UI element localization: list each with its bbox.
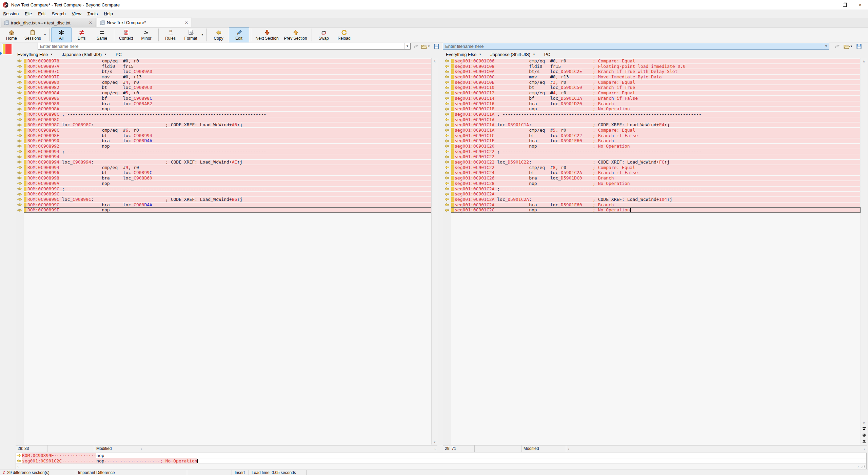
code-line[interactable]: seg001:0C901C24 bf loc_D5901C2A ; Branch… (443, 170, 861, 175)
diff-arrow-icon[interactable] (16, 138, 24, 144)
code-line[interactable]: seg001:0C901C06 cmp/eq #0, r0 ; Compare:… (443, 58, 861, 64)
current-difference-icon[interactable] (861, 432, 867, 438)
code-line[interactable]: seg001:0C901C14 bf loc_D5901C1A ; Branch… (443, 96, 861, 101)
diff-arrow-icon[interactable] (443, 144, 451, 149)
preview-horizontal-scrollbar[interactable]: ‹ › (16, 464, 866, 469)
code-line[interactable]: seg001:0C901C1A cmp/eq #5, r0 ; Compare:… (443, 128, 861, 133)
diff-arrow-icon[interactable] (443, 202, 451, 208)
tab-track-disc[interactable]: track_disc.txt <--> test_disc.txt ✕ (1, 18, 96, 27)
diff-arrow-icon[interactable] (16, 154, 24, 159)
diff-arrow-icon[interactable] (16, 58, 24, 64)
code-line[interactable]: seg001:0C901C10 bt loc_D5901C50 ; Branch… (443, 85, 861, 90)
context-button[interactable]: Context (116, 27, 136, 42)
code-line[interactable]: ROM:0C90899A nop (16, 181, 431, 186)
right-header-file-format[interactable]: Everything Else▼ (446, 52, 481, 57)
diff-arrow-icon[interactable] (443, 133, 451, 138)
code-line[interactable]: ROM:0C90897E mov #0, r13 (16, 74, 431, 80)
close-button[interactable]: × (852, 0, 868, 10)
diff-arrow-icon[interactable] (16, 96, 24, 101)
code-line[interactable]: seg001:0C901C28 nop ; No Operation (443, 181, 861, 186)
code-line[interactable]: seg001:0C901C1A (443, 117, 861, 122)
diff-arrow-icon[interactable] (16, 90, 24, 96)
menu-session[interactable]: Session (0, 10, 22, 17)
diff-arrow-icon[interactable] (16, 117, 24, 122)
diff-arrow-icon[interactable] (16, 165, 24, 170)
menu-file[interactable]: File (22, 10, 35, 17)
diff-arrow-icon[interactable] (16, 122, 24, 128)
swap-sides-icon[interactable] (412, 43, 420, 50)
right-vertical-scrollbar[interactable]: ∧ ∨ (861, 58, 867, 444)
all-button[interactable]: All (51, 27, 72, 42)
code-line[interactable]: seg001:0C901C22 ; ----------------------… (443, 149, 861, 154)
diff-arrow-icon[interactable] (16, 159, 24, 165)
code-line[interactable]: seg001:0C901C1A ; ----------------------… (443, 112, 861, 117)
tab-new-text-compare[interactable]: New Text Compare* ✕ (97, 18, 192, 27)
diff-arrow-icon[interactable] (443, 80, 451, 85)
diff-arrow-icon[interactable] (443, 85, 451, 90)
code-line[interactable]: ROM:0C908978 cmp/eq #0, r0 (16, 58, 431, 64)
open-file-dropdown-icon[interactable]: ▼ (850, 43, 853, 50)
code-line[interactable]: seg001:0C901C0C mov #0, r13 ; Move Immed… (443, 74, 861, 80)
diff-arrow-icon[interactable] (443, 207, 451, 213)
diff-arrow-icon[interactable] (16, 85, 24, 90)
tab-close-icon[interactable]: ✕ (184, 20, 189, 25)
diff-arrow-icon[interactable] (443, 197, 451, 202)
diff-arrow-icon[interactable] (16, 144, 24, 149)
code-line[interactable]: ROM:0C908984 cmp/eq #5, r0 (16, 90, 431, 96)
filename-dropdown-icon[interactable]: ▼ (404, 43, 410, 49)
tab-close-icon[interactable]: ✕ (88, 20, 93, 25)
left-filename-input[interactable]: Enter filename here ▼ (38, 43, 411, 50)
code-line[interactable]: seg001:0C901C2C nop ; No Operation (443, 207, 861, 213)
left-horizontal-scrollbar[interactable]: ‹› (139, 445, 437, 452)
code-line[interactable]: seg001:0C901C16 bra loc_D5901D20 ; Branc… (443, 101, 861, 107)
diff-arrow-icon[interactable] (443, 165, 451, 170)
resize-grip[interactable] (861, 464, 865, 469)
sessions-button[interactable]: Sessions (22, 27, 44, 42)
code-line[interactable]: seg001:0C901C22 cmp/eq #8, r0 ; Compare:… (443, 165, 861, 170)
code-line[interactable]: ROM:0C908994 loc_C908994: ; CODE XREF: L… (16, 159, 431, 165)
code-line[interactable]: ROM:0C908994 ; -------------------------… (16, 149, 431, 154)
code-line[interactable]: ROM:0C908982 bt loc_C9089C0 (16, 85, 431, 90)
right-header-encoding[interactable]: Japanese (Shift-JIS)▼ (490, 52, 535, 57)
rules-button[interactable]: Rules (160, 27, 181, 42)
diff-arrow-icon[interactable] (16, 202, 24, 208)
diff-arrow-icon[interactable] (443, 186, 451, 192)
diff-arrow-icon[interactable] (443, 154, 451, 159)
code-line[interactable]: seg001:0C901C1C bf loc_D5901C22 ; Branch… (443, 133, 861, 138)
diff-arrow-icon[interactable] (16, 64, 24, 69)
last-difference-icon[interactable] (861, 438, 867, 444)
diff-arrow-icon[interactable] (443, 69, 451, 74)
code-line[interactable]: seg001:0C901C1A loc_D5901C1A: ; CODE XRE… (443, 122, 861, 128)
code-line[interactable]: seg001:0C901C12 cmp/eq #4, r0 ; Compare:… (443, 90, 861, 96)
code-line[interactable]: ROM:0C90898C (16, 117, 431, 122)
code-line[interactable]: ROM:0C90899C loc_C90899C: ; CODE XREF: L… (16, 197, 431, 202)
diff-arrow-icon[interactable] (443, 149, 451, 154)
code-line[interactable]: ROM:0C90899C ; -------------------------… (16, 186, 431, 192)
code-line[interactable]: ROM:0C90897C bt/s loc_C9089A0 (16, 69, 431, 74)
filename-dropdown-icon[interactable]: ▼ (823, 43, 829, 49)
diffs-button[interactable]: Diffs (72, 27, 92, 42)
code-line[interactable]: ROM:0C90898A nop (16, 106, 431, 112)
code-line[interactable]: ROM:0C90899C (16, 191, 431, 197)
diff-arrow-icon[interactable] (16, 191, 24, 197)
diff-arrow-icon[interactable] (16, 181, 24, 186)
diff-arrow-icon[interactable] (443, 181, 451, 186)
diff-arrow-icon[interactable] (443, 175, 451, 181)
scroll-down-icon[interactable]: ∨ (861, 420, 867, 426)
diff-arrow-icon[interactable] (16, 170, 24, 175)
code-line[interactable]: ROM:0C90898C cmp/eq #6, r0 (16, 128, 431, 133)
code-line[interactable]: seg001:0C901C22 loc_D5901C22: ; CODE XRE… (443, 159, 861, 165)
right-header-line-ending[interactable]: PC (544, 52, 550, 57)
code-line[interactable]: seg001:0C901C26 bra loc_D5901DC0 ; Branc… (443, 175, 861, 181)
code-line[interactable]: ROM:0C908994 (16, 154, 431, 159)
code-line[interactable]: seg001:0C901C1E bra loc_D5901F60 ; Branc… (443, 138, 861, 144)
diff-arrow-icon[interactable] (443, 106, 451, 112)
diff-arrow-icon[interactable] (443, 122, 451, 128)
right-code-pane[interactable]: seg001:0C901C06 cmp/eq #0, r0 ; Compare:… (443, 58, 861, 445)
diff-arrow-icon[interactable] (16, 207, 24, 213)
diff-arrow-icon[interactable] (443, 58, 451, 64)
code-line[interactable]: seg001:0C901C2A bra loc_D5901F60 ; Branc… (443, 202, 861, 208)
code-line[interactable]: ROM:0C908996 bf loc_C90899C (16, 170, 431, 175)
scroll-left-icon[interactable]: ‹ (568, 447, 569, 451)
code-line[interactable]: seg001:0C901C2A ; ----------------------… (443, 186, 861, 192)
